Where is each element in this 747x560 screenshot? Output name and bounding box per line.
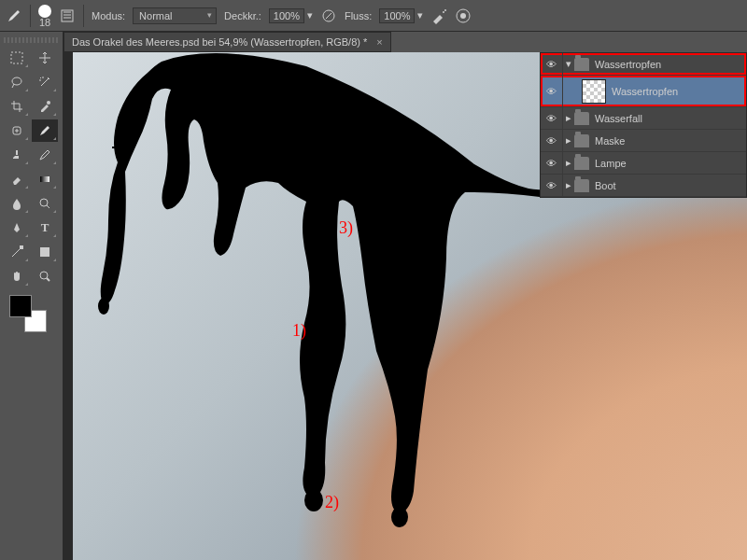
document-title: Das Orakel des Meeres.psd bei 54,9% (Was… [72,36,367,48]
toolbox: T [0,32,63,560]
visibility-icon[interactable]: 👁 [541,130,563,151]
pressure-opacity-icon[interactable] [320,7,337,24]
layer-name: Lampe [595,158,746,169]
layer-group-boot[interactable]: 👁 ▸ Boot [541,175,746,197]
svg-point-8 [47,101,50,105]
layer-wassertropfen[interactable]: 👁 Wassertropfen [541,76,746,107]
path-tool[interactable] [4,241,30,263]
svg-point-17 [98,298,109,315]
layer-group-wasserfall[interactable]: 👁 ▸ Wasserfall [541,107,746,130]
mode-label: Modus: [92,10,125,21]
mode-value: Normal [139,10,172,21]
color-swatch[interactable] [9,295,47,332]
pen-tool[interactable] [4,217,30,239]
visibility-icon[interactable]: 👁 [541,53,563,75]
flow-value: 100% [384,10,410,21]
opacity-value: 100% [274,10,300,21]
svg-point-14 [40,272,48,279]
layer-name: Boot [595,180,746,191]
wand-tool[interactable] [32,71,58,93]
folder-icon [574,112,589,125]
expand-icon[interactable]: ▸ [563,157,574,169]
mode-dropdown[interactable]: Normal [133,7,217,24]
separator [30,5,31,27]
svg-point-7 [12,77,21,85]
pressure-size-icon[interactable] [455,7,472,24]
toolbox-grip[interactable] [4,37,59,43]
chevron-down-icon[interactable]: ▾ [417,9,423,21]
svg-rect-13 [40,247,49,257]
layer-group-wassertropfen[interactable]: 👁 ▾ Wassertropfen [541,53,746,76]
visibility-icon[interactable]: 👁 [541,175,563,196]
folder-icon [574,134,589,147]
move-tool[interactable] [32,47,58,69]
folder-icon [574,58,589,71]
stamp-tool[interactable] [4,144,30,166]
opacity-label: Deckkr.: [224,10,261,21]
layer-group-maske[interactable]: 👁 ▸ Maske [541,130,746,152]
options-bar: 18 Modus: Normal Deckkr.: 100% ▾ Fluss: … [0,0,747,32]
brush-tool-icon[interactable] [6,7,22,24]
svg-point-15 [304,489,323,511]
expand-icon[interactable]: ▸ [563,179,574,191]
svg-point-11 [40,199,48,206]
shape-tool[interactable] [32,241,58,263]
history-brush-tool[interactable] [32,144,58,166]
flow-field[interactable]: 100% ▾ [379,8,423,23]
crop-tool[interactable] [4,95,30,118]
eraser-tool[interactable] [4,168,30,190]
svg-rect-12 [20,245,23,249]
folder-icon [574,157,589,170]
brush-cursor [112,140,127,155]
gradient-tool[interactable] [32,168,58,190]
svg-point-16 [391,507,408,527]
layer-name: Wassertropfen [595,59,746,70]
layers-panel: 👁 ▾ Wassertropfen 👁 Wassertropfen 👁 ▸ Wa… [540,52,747,198]
svg-point-3 [444,9,446,11]
blur-tool[interactable] [4,192,30,215]
eyedropper-tool[interactable] [32,95,58,118]
annotation-3: 3) [339,218,353,238]
close-icon[interactable]: × [376,36,382,48]
layer-name: Wassertropfen [612,86,746,97]
brush-size-picker[interactable]: 18 [38,5,51,27]
visibility-icon[interactable]: 👁 [541,76,563,106]
opacity-field[interactable]: 100% ▾ [269,8,313,23]
svg-point-5 [460,13,466,19]
marquee-tool[interactable] [4,47,30,69]
brush-size-value: 18 [39,18,50,27]
zoom-tool[interactable] [32,265,58,287]
brush-panel-icon[interactable] [59,7,76,24]
brush-preview-icon [38,5,51,18]
svg-rect-6 [11,52,22,63]
folder-icon [574,179,589,192]
heal-tool[interactable] [4,119,30,142]
annotation-1: 1) [292,321,306,341]
type-tool[interactable]: T [32,217,58,239]
document-tab[interactable]: Das Orakel des Meeres.psd bei 54,9% (Was… [63,32,391,52]
svg-rect-10 [40,176,49,182]
foreground-color[interactable] [9,295,32,317]
visibility-icon[interactable]: 👁 [541,152,563,174]
hand-tool[interactable] [4,265,30,287]
separator [83,5,84,27]
layer-name: Wasserfall [595,113,746,124]
layer-thumbnail [582,79,606,104]
brush-tool[interactable] [32,119,58,142]
lasso-tool[interactable] [4,71,30,93]
airbrush-icon[interactable] [430,7,447,24]
chevron-down-icon[interactable]: ▾ [307,9,313,21]
visibility-icon[interactable]: 👁 [541,107,563,129]
expand-icon[interactable]: ▾ [563,58,574,70]
expand-icon[interactable]: ▸ [563,134,574,147]
expand-icon[interactable]: ▸ [563,112,574,124]
svg-point-2 [443,11,444,13]
layer-name: Maske [595,135,746,147]
layer-group-lampe[interactable]: 👁 ▸ Lampe [541,152,746,175]
flow-label: Fluss: [345,10,372,21]
annotation-2: 2) [325,493,339,512]
dodge-tool[interactable] [32,192,58,215]
